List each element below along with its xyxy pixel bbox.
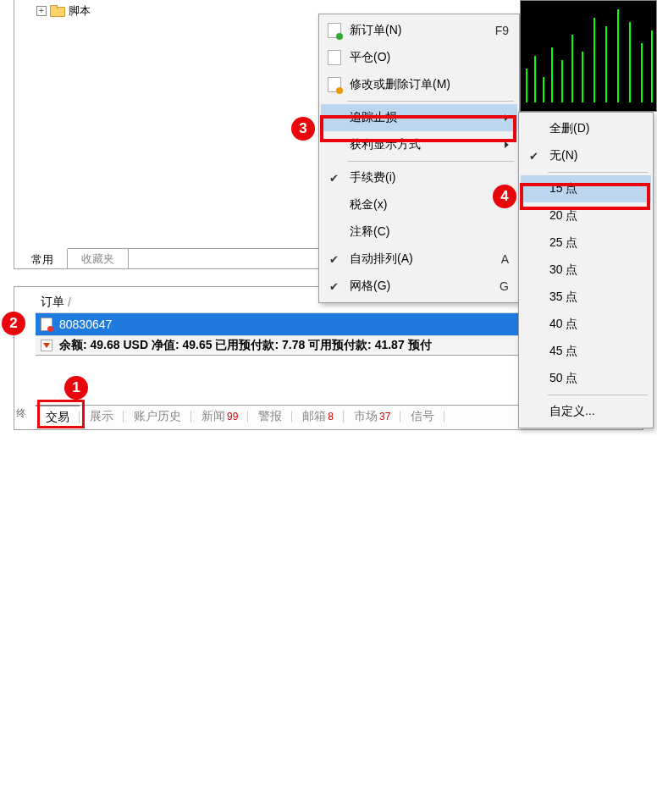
tab-history[interactable]: 账户历史 (124, 406, 191, 429)
tab-signals[interactable]: 信号 (400, 406, 444, 429)
sub-25pt[interactable]: 25 点 (521, 229, 651, 257)
ctx-commission[interactable]: ✔ 手续费(i) (321, 164, 517, 191)
callout-4: 4 (493, 185, 516, 208)
ctx-grid[interactable]: ✔ 网格(G) G (321, 273, 517, 300)
ctx-close-order[interactable]: 平仓(O) (321, 44, 517, 71)
sub-none[interactable]: ✔ 无(N) (521, 142, 651, 169)
sub-50pt[interactable]: 50 点 (521, 365, 651, 392)
check-icon: ✔ (529, 150, 538, 163)
sub-30pt[interactable]: 30 点 (521, 257, 651, 284)
callout-2: 2 (2, 312, 25, 335)
sub-15pt[interactable]: 15 点 (521, 175, 651, 202)
sub-custom[interactable]: 自定义... (521, 398, 651, 425)
check-icon: ✔ (329, 280, 339, 293)
column-order: 订单 (41, 295, 64, 310)
modify-order-icon (328, 77, 341, 92)
sub-45pt[interactable]: 45 点 (521, 338, 651, 365)
callout-1: 1 (64, 376, 88, 400)
context-menu: 新订单(N) F9 平仓(O) 修改或删除订单(M) 追踪止损 获利显示方式 ✔… (318, 14, 520, 303)
tab-market[interactable]: 市场37 (344, 406, 400, 429)
sub-20pt[interactable]: 20 点 (521, 202, 651, 229)
submenu-arrow-icon (505, 141, 509, 148)
check-icon: ✔ (329, 172, 339, 185)
tab-trade[interactable]: 交易 (36, 405, 80, 428)
folder-icon (50, 5, 65, 17)
check-icon: ✔ (329, 253, 339, 266)
tab-news[interactable]: 新闻99 (191, 406, 248, 429)
ctx-tax[interactable]: 税金(x) (321, 191, 517, 218)
ctx-new-order[interactable]: 新订单(N) F9 (321, 17, 517, 44)
summary-text: 余额: 49.68 USD 净值: 49.65 已用预付款: 7.78 可用预付… (59, 338, 432, 353)
trailing-stop-submenu: 全删(D) ✔ 无(N) 15 点 20 点 25 点 30 点 35 点 40… (518, 112, 654, 428)
ctx-modify-order[interactable]: 修改或删除订单(M) (321, 71, 517, 98)
tab-alerts[interactable]: 警报 (248, 406, 292, 429)
order-icon (41, 318, 52, 331)
submenu-arrow-icon (505, 114, 509, 121)
ctx-auto-arrange[interactable]: ✔ 自动排列(A) A (321, 246, 517, 273)
sort-indicator-icon: / (68, 296, 71, 309)
new-order-icon (328, 23, 341, 38)
down-arrow-icon (41, 340, 52, 351)
tab-mailbox[interactable]: 邮箱8 (292, 406, 344, 429)
sub-delete-all[interactable]: 全删(D) (521, 115, 651, 142)
ctx-trailing-stop[interactable]: 追踪止损 (321, 104, 517, 131)
sub-40pt[interactable]: 40 点 (521, 311, 651, 338)
nav-tab-common[interactable]: 常用 (18, 248, 68, 268)
close-order-icon (328, 50, 341, 65)
ctx-profit-display[interactable]: 获利显示方式 (321, 131, 517, 158)
sub-35pt[interactable]: 35 点 (521, 284, 651, 311)
tab-exposure[interactable]: 展示 (80, 406, 124, 429)
tree-expand-icon[interactable]: + (36, 6, 47, 16)
chart-area[interactable] (520, 0, 657, 112)
ctx-comment[interactable]: 注释(C) (321, 218, 517, 246)
nav-tab-favorites[interactable]: 收藏夹 (68, 249, 129, 269)
tree-label: 脚本 (69, 3, 91, 19)
order-id: 80830647 (59, 318, 112, 331)
callout-3: 3 (291, 117, 315, 141)
